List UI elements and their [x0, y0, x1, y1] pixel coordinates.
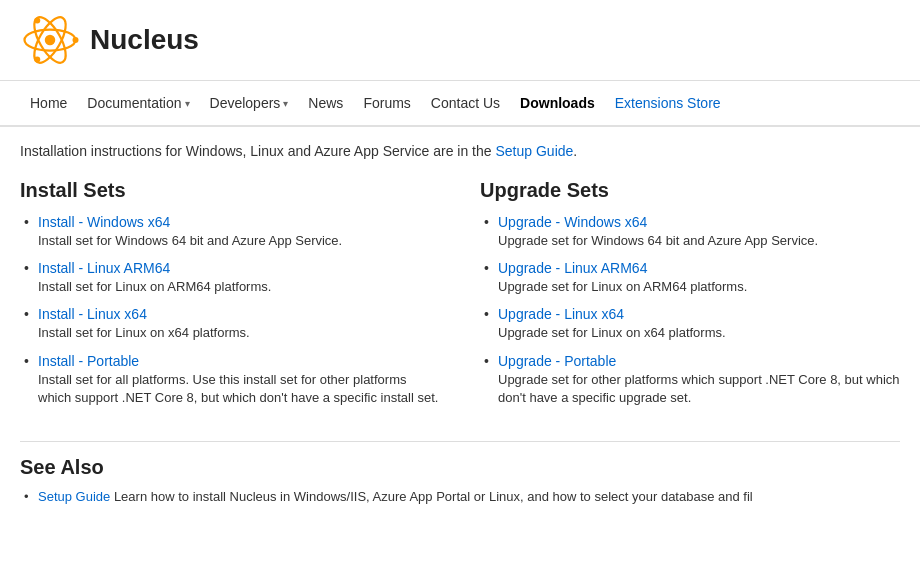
svg-point-5 [34, 18, 40, 24]
nav-documentation[interactable]: Documentation ▾ [77, 89, 199, 117]
see-also-setup-guide-link[interactable]: Setup Guide [38, 489, 110, 504]
install-windows-x64-desc: Install set for Windows 64 bit and Azure… [38, 232, 440, 250]
list-item: Upgrade - Windows x64 Upgrade set for Wi… [480, 214, 900, 250]
nav-contact-us[interactable]: Contact Us [421, 89, 510, 117]
install-linux-x64-link[interactable]: Install - Linux x64 [38, 306, 147, 322]
nav-news[interactable]: News [298, 89, 353, 117]
upgrade-list: Upgrade - Windows x64 Upgrade set for Wi… [480, 214, 900, 407]
list-item: Install - Linux ARM64 Install set for Li… [20, 260, 440, 296]
svg-point-6 [34, 57, 40, 63]
install-linux-arm64-desc: Install set for Linux on ARM64 platforms… [38, 278, 440, 296]
site-logo-text: Nucleus [90, 24, 199, 56]
intro-paragraph: Installation instructions for Windows, L… [20, 143, 900, 159]
nav-extensions-store[interactable]: Extensions Store [605, 89, 731, 117]
developers-dropdown-arrow: ▾ [283, 98, 288, 109]
see-also-list: Setup Guide Learn how to install Nucleus… [20, 489, 900, 504]
upgrade-windows-x64-desc: Upgrade set for Windows 64 bit and Azure… [498, 232, 900, 250]
upgrade-sets-title: Upgrade Sets [480, 179, 900, 202]
upgrade-sets-column: Upgrade Sets Upgrade - Windows x64 Upgra… [480, 179, 900, 417]
upgrade-linux-x64-desc: Upgrade set for Linux on x64 platforms. [498, 324, 900, 342]
nav-forums[interactable]: Forums [353, 89, 420, 117]
upgrade-portable-link[interactable]: Upgrade - Portable [498, 353, 616, 369]
list-item: Install - Linux x64 Install set for Linu… [20, 306, 440, 342]
list-item: Install - Windows x64 Install set for Wi… [20, 214, 440, 250]
site-header: Nucleus [0, 0, 920, 81]
site-nav: Home Documentation ▾ Developers ▾ News F… [0, 81, 920, 127]
main-content: Installation instructions for Windows, L… [0, 127, 920, 526]
upgrade-linux-x64-link[interactable]: Upgrade - Linux x64 [498, 306, 624, 322]
install-list: Install - Windows x64 Install set for Wi… [20, 214, 440, 407]
list-item: Install - Portable Install set for all p… [20, 353, 440, 407]
see-also-title: See Also [20, 456, 900, 479]
two-column-section: Install Sets Install - Windows x64 Insta… [20, 179, 900, 417]
install-portable-desc: Install set for all platforms. Use this … [38, 371, 440, 407]
list-item: Upgrade - Linux x64 Upgrade set for Linu… [480, 306, 900, 342]
list-item: Upgrade - Linux ARM64 Upgrade set for Li… [480, 260, 900, 296]
install-windows-x64-link[interactable]: Install - Windows x64 [38, 214, 170, 230]
install-sets-column: Install Sets Install - Windows x64 Insta… [20, 179, 440, 417]
nav-home[interactable]: Home [20, 89, 77, 117]
install-portable-link[interactable]: Install - Portable [38, 353, 139, 369]
nav-developers[interactable]: Developers ▾ [200, 89, 299, 117]
install-linux-arm64-link[interactable]: Install - Linux ARM64 [38, 260, 170, 276]
list-item: Upgrade - Portable Upgrade set for other… [480, 353, 900, 407]
upgrade-linux-arm64-link[interactable]: Upgrade - Linux ARM64 [498, 260, 647, 276]
upgrade-portable-desc: Upgrade set for other platforms which su… [498, 371, 900, 407]
install-linux-x64-desc: Install set for Linux on x64 platforms. [38, 324, 440, 342]
svg-point-4 [73, 37, 79, 43]
setup-guide-link[interactable]: Setup Guide [495, 143, 573, 159]
svg-point-0 [45, 35, 56, 46]
logo-area: Nucleus [20, 10, 199, 70]
see-also-section: See Also Setup Guide Learn how to instal… [20, 441, 900, 504]
atom-icon [20, 10, 80, 70]
documentation-dropdown-arrow: ▾ [185, 98, 190, 109]
list-item: Setup Guide Learn how to install Nucleus… [20, 489, 900, 504]
install-sets-title: Install Sets [20, 179, 440, 202]
upgrade-windows-x64-link[interactable]: Upgrade - Windows x64 [498, 214, 647, 230]
upgrade-linux-arm64-desc: Upgrade set for Linux on ARM64 platforms… [498, 278, 900, 296]
nav-downloads[interactable]: Downloads [510, 89, 605, 117]
